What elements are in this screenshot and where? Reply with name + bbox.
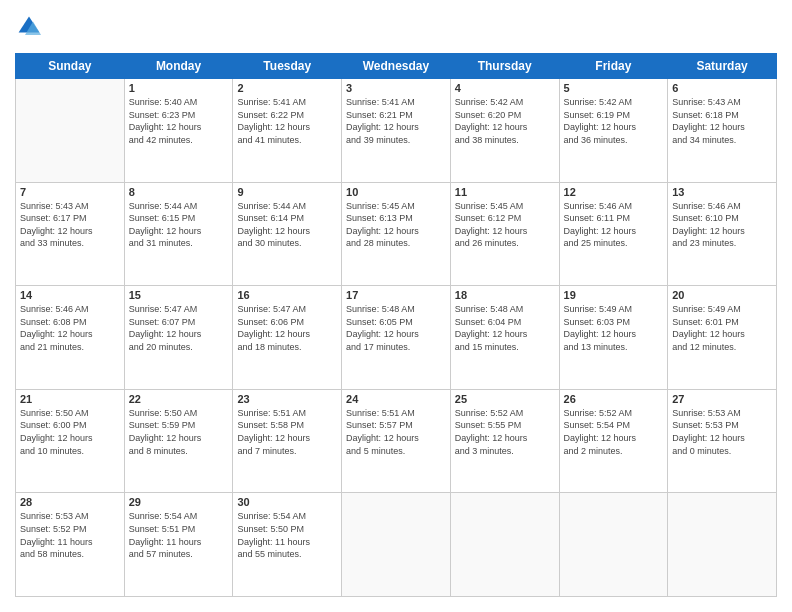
day-number: 6: [672, 82, 772, 94]
day-info: Sunrise: 5:52 AM Sunset: 5:55 PM Dayligh…: [455, 407, 555, 457]
calendar-cell: 24Sunrise: 5:51 AM Sunset: 5:57 PM Dayli…: [342, 389, 451, 493]
day-number: 26: [564, 393, 664, 405]
day-number: 21: [20, 393, 120, 405]
day-info: Sunrise: 5:53 AM Sunset: 5:52 PM Dayligh…: [20, 510, 120, 560]
logo: [15, 15, 41, 43]
day-number: 5: [564, 82, 664, 94]
calendar-table: SundayMondayTuesdayWednesdayThursdayFrid…: [15, 53, 777, 597]
calendar-cell: 27Sunrise: 5:53 AM Sunset: 5:53 PM Dayli…: [668, 389, 777, 493]
calendar-cell: 1Sunrise: 5:40 AM Sunset: 6:23 PM Daylig…: [124, 79, 233, 183]
calendar-cell: 26Sunrise: 5:52 AM Sunset: 5:54 PM Dayli…: [559, 389, 668, 493]
day-number: 1: [129, 82, 229, 94]
day-info: Sunrise: 5:51 AM Sunset: 5:57 PM Dayligh…: [346, 407, 446, 457]
day-number: 28: [20, 496, 120, 508]
day-number: 23: [237, 393, 337, 405]
day-number: 14: [20, 289, 120, 301]
calendar-cell: 10Sunrise: 5:45 AM Sunset: 6:13 PM Dayli…: [342, 182, 451, 286]
day-number: 9: [237, 186, 337, 198]
day-info: Sunrise: 5:48 AM Sunset: 6:05 PM Dayligh…: [346, 303, 446, 353]
day-info: Sunrise: 5:46 AM Sunset: 6:10 PM Dayligh…: [672, 200, 772, 250]
day-info: Sunrise: 5:49 AM Sunset: 6:03 PM Dayligh…: [564, 303, 664, 353]
day-number: 24: [346, 393, 446, 405]
logo-icon: [17, 15, 41, 39]
week-row-1: 1Sunrise: 5:40 AM Sunset: 6:23 PM Daylig…: [16, 79, 777, 183]
day-number: 2: [237, 82, 337, 94]
day-info: Sunrise: 5:40 AM Sunset: 6:23 PM Dayligh…: [129, 96, 229, 146]
day-info: Sunrise: 5:41 AM Sunset: 6:21 PM Dayligh…: [346, 96, 446, 146]
weekday-monday: Monday: [124, 54, 233, 79]
day-info: Sunrise: 5:50 AM Sunset: 5:59 PM Dayligh…: [129, 407, 229, 457]
day-number: 30: [237, 496, 337, 508]
day-info: Sunrise: 5:42 AM Sunset: 6:19 PM Dayligh…: [564, 96, 664, 146]
calendar-cell: 23Sunrise: 5:51 AM Sunset: 5:58 PM Dayli…: [233, 389, 342, 493]
weekday-wednesday: Wednesday: [342, 54, 451, 79]
day-info: Sunrise: 5:54 AM Sunset: 5:50 PM Dayligh…: [237, 510, 337, 560]
day-info: Sunrise: 5:47 AM Sunset: 6:07 PM Dayligh…: [129, 303, 229, 353]
day-info: Sunrise: 5:45 AM Sunset: 6:12 PM Dayligh…: [455, 200, 555, 250]
day-number: 11: [455, 186, 555, 198]
day-number: 16: [237, 289, 337, 301]
calendar-cell: 25Sunrise: 5:52 AM Sunset: 5:55 PM Dayli…: [450, 389, 559, 493]
calendar-cell: 18Sunrise: 5:48 AM Sunset: 6:04 PM Dayli…: [450, 286, 559, 390]
calendar-cell: 6Sunrise: 5:43 AM Sunset: 6:18 PM Daylig…: [668, 79, 777, 183]
day-number: 13: [672, 186, 772, 198]
calendar-cell: 30Sunrise: 5:54 AM Sunset: 5:50 PM Dayli…: [233, 493, 342, 597]
calendar-cell: [668, 493, 777, 597]
calendar-cell: 19Sunrise: 5:49 AM Sunset: 6:03 PM Dayli…: [559, 286, 668, 390]
calendar-cell: 21Sunrise: 5:50 AM Sunset: 6:00 PM Dayli…: [16, 389, 125, 493]
day-number: 20: [672, 289, 772, 301]
day-number: 19: [564, 289, 664, 301]
day-info: Sunrise: 5:47 AM Sunset: 6:06 PM Dayligh…: [237, 303, 337, 353]
calendar-cell: 2Sunrise: 5:41 AM Sunset: 6:22 PM Daylig…: [233, 79, 342, 183]
weekday-tuesday: Tuesday: [233, 54, 342, 79]
calendar-cell: 11Sunrise: 5:45 AM Sunset: 6:12 PM Dayli…: [450, 182, 559, 286]
day-info: Sunrise: 5:43 AM Sunset: 6:17 PM Dayligh…: [20, 200, 120, 250]
day-number: 15: [129, 289, 229, 301]
calendar-cell: [559, 493, 668, 597]
calendar-cell: 29Sunrise: 5:54 AM Sunset: 5:51 PM Dayli…: [124, 493, 233, 597]
calendar-cell: 3Sunrise: 5:41 AM Sunset: 6:21 PM Daylig…: [342, 79, 451, 183]
calendar-cell: 9Sunrise: 5:44 AM Sunset: 6:14 PM Daylig…: [233, 182, 342, 286]
day-number: 10: [346, 186, 446, 198]
calendar-cell: 15Sunrise: 5:47 AM Sunset: 6:07 PM Dayli…: [124, 286, 233, 390]
calendar-cell: 16Sunrise: 5:47 AM Sunset: 6:06 PM Dayli…: [233, 286, 342, 390]
day-info: Sunrise: 5:46 AM Sunset: 6:11 PM Dayligh…: [564, 200, 664, 250]
calendar-body: 1Sunrise: 5:40 AM Sunset: 6:23 PM Daylig…: [16, 79, 777, 597]
day-number: 27: [672, 393, 772, 405]
page: SundayMondayTuesdayWednesdayThursdayFrid…: [0, 0, 792, 612]
week-row-5: 28Sunrise: 5:53 AM Sunset: 5:52 PM Dayli…: [16, 493, 777, 597]
calendar-cell: 5Sunrise: 5:42 AM Sunset: 6:19 PM Daylig…: [559, 79, 668, 183]
calendar-cell: 17Sunrise: 5:48 AM Sunset: 6:05 PM Dayli…: [342, 286, 451, 390]
day-info: Sunrise: 5:41 AM Sunset: 6:22 PM Dayligh…: [237, 96, 337, 146]
day-info: Sunrise: 5:54 AM Sunset: 5:51 PM Dayligh…: [129, 510, 229, 560]
calendar-cell: 13Sunrise: 5:46 AM Sunset: 6:10 PM Dayli…: [668, 182, 777, 286]
day-number: 22: [129, 393, 229, 405]
calendar-cell: 7Sunrise: 5:43 AM Sunset: 6:17 PM Daylig…: [16, 182, 125, 286]
calendar-cell: [342, 493, 451, 597]
day-info: Sunrise: 5:45 AM Sunset: 6:13 PM Dayligh…: [346, 200, 446, 250]
day-number: 17: [346, 289, 446, 301]
day-number: 3: [346, 82, 446, 94]
week-row-2: 7Sunrise: 5:43 AM Sunset: 6:17 PM Daylig…: [16, 182, 777, 286]
calendar-cell: [450, 493, 559, 597]
day-info: Sunrise: 5:49 AM Sunset: 6:01 PM Dayligh…: [672, 303, 772, 353]
weekday-saturday: Saturday: [668, 54, 777, 79]
day-info: Sunrise: 5:43 AM Sunset: 6:18 PM Dayligh…: [672, 96, 772, 146]
day-number: 8: [129, 186, 229, 198]
day-info: Sunrise: 5:51 AM Sunset: 5:58 PM Dayligh…: [237, 407, 337, 457]
day-number: 12: [564, 186, 664, 198]
calendar-cell: 12Sunrise: 5:46 AM Sunset: 6:11 PM Dayli…: [559, 182, 668, 286]
day-number: 25: [455, 393, 555, 405]
day-info: Sunrise: 5:44 AM Sunset: 6:14 PM Dayligh…: [237, 200, 337, 250]
calendar-cell: [16, 79, 125, 183]
weekday-friday: Friday: [559, 54, 668, 79]
day-info: Sunrise: 5:44 AM Sunset: 6:15 PM Dayligh…: [129, 200, 229, 250]
day-info: Sunrise: 5:50 AM Sunset: 6:00 PM Dayligh…: [20, 407, 120, 457]
day-info: Sunrise: 5:42 AM Sunset: 6:20 PM Dayligh…: [455, 96, 555, 146]
day-number: 4: [455, 82, 555, 94]
weekday-header-row: SundayMondayTuesdayWednesdayThursdayFrid…: [16, 54, 777, 79]
day-info: Sunrise: 5:52 AM Sunset: 5:54 PM Dayligh…: [564, 407, 664, 457]
day-number: 18: [455, 289, 555, 301]
weekday-sunday: Sunday: [16, 54, 125, 79]
calendar-cell: 8Sunrise: 5:44 AM Sunset: 6:15 PM Daylig…: [124, 182, 233, 286]
